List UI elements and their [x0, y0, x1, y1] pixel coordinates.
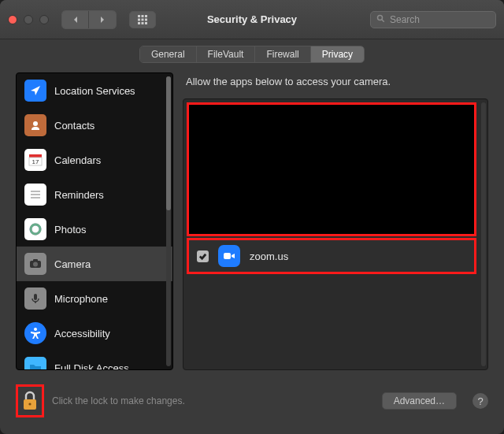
- svg-rect-1: [142, 15, 144, 17]
- search-wrap: [370, 11, 496, 28]
- applist-scrollbar[interactable]: [481, 102, 486, 366]
- minimize-window-button[interactable]: [24, 15, 33, 24]
- close-window-button[interactable]: [8, 15, 17, 24]
- sidebar-item-full-disk-access[interactable]: Full Disk Access: [17, 351, 172, 369]
- zoom-app-icon: [218, 245, 240, 267]
- svg-rect-2: [145, 15, 147, 17]
- svg-rect-15: [31, 191, 40, 192]
- permission-prompt: Allow the apps below to access your came…: [183, 72, 488, 98]
- calendar-icon: 17: [24, 149, 46, 171]
- chevron-left-icon: [72, 16, 80, 24]
- sidebar-item-label: Calendars: [54, 154, 101, 166]
- sidebar-item-label: Contacts: [54, 120, 94, 132]
- sidebar-item-label: Full Disk Access: [54, 362, 129, 370]
- forward-button[interactable]: [89, 11, 116, 28]
- svg-point-22: [33, 262, 38, 267]
- mic-icon: [24, 287, 46, 310]
- search-input[interactable]: [370, 11, 496, 28]
- sidebar-item-label: Location Services: [54, 85, 135, 97]
- chevron-right-icon: [98, 16, 106, 24]
- sidebar-item-calendars[interactable]: 17 Calendars: [17, 143, 172, 177]
- nav-group: [61, 10, 117, 29]
- content-pane: Allow the apps below to access your came…: [183, 72, 488, 370]
- location-icon: [24, 80, 46, 102]
- back-button[interactable]: [62, 11, 89, 28]
- question-mark-icon: ?: [477, 395, 483, 407]
- lock-hint-text: Click the lock to make changes.: [52, 395, 185, 406]
- sidebar-item-accessibility[interactable]: Accessibility: [17, 316, 172, 351]
- lock-icon[interactable]: [21, 391, 39, 411]
- photos-icon: [24, 218, 46, 240]
- contacts-icon: [24, 114, 46, 136]
- svg-rect-8: [145, 22, 147, 24]
- sidebar-item-camera[interactable]: Camera: [17, 247, 172, 281]
- svg-point-9: [378, 15, 383, 20]
- sidebar-item-location-services[interactable]: Location Services: [17, 73, 172, 108]
- svg-line-10: [382, 19, 384, 21]
- sidebar-item-photos[interactable]: Photos: [17, 212, 172, 247]
- folder-icon: [24, 357, 46, 369]
- checkmark-icon: [198, 252, 207, 261]
- advanced-button[interactable]: Advanced…: [382, 392, 457, 410]
- zoom-window-button[interactable]: [39, 15, 49, 24]
- svg-rect-3: [138, 18, 140, 20]
- grid-icon: [137, 14, 148, 25]
- category-sidebar[interactable]: Location Services Contacts 17 Calendars: [16, 72, 173, 370]
- app-checkbox[interactable]: [197, 250, 209, 262]
- preferences-window: Security & Privacy General FileVault Fir…: [0, 0, 504, 434]
- svg-rect-0: [138, 15, 140, 17]
- svg-point-11: [33, 121, 38, 126]
- svg-rect-7: [142, 22, 144, 24]
- tab-firewall[interactable]: Firewall: [255, 46, 310, 62]
- reminders-icon: [24, 184, 46, 206]
- sidebar-item-label: Reminders: [54, 189, 104, 201]
- search-icon: [376, 14, 386, 24]
- app-row-zoom[interactable]: zoom.us: [187, 238, 476, 274]
- svg-rect-6: [138, 22, 140, 24]
- tab-general[interactable]: General: [140, 46, 197, 62]
- svg-text:17: 17: [32, 158, 39, 165]
- show-all-button[interactable]: [129, 11, 156, 28]
- window-controls: [8, 15, 49, 24]
- annotation-highlight-box: [187, 102, 476, 236]
- titlebar: Security & Privacy: [0, 0, 504, 39]
- sidebar-item-microphone[interactable]: Microphone: [17, 281, 172, 316]
- sidebar-scrollbar-thumb[interactable]: [166, 76, 171, 210]
- svg-point-20: [30, 224, 41, 235]
- sidebar-item-label: Accessibility: [54, 328, 110, 339]
- annotation-lock-highlight: [16, 384, 44, 417]
- sidebar-item-reminders[interactable]: Reminders: [17, 177, 172, 212]
- svg-rect-5: [145, 18, 147, 20]
- footer: Click the lock to make changes. Advanced…: [0, 381, 504, 417]
- svg-rect-4: [142, 18, 144, 20]
- svg-rect-27: [224, 253, 231, 259]
- tab-privacy[interactable]: Privacy: [311, 46, 364, 62]
- sidebar-item-label: Photos: [54, 224, 86, 236]
- sidebar-item-label: Camera: [54, 258, 91, 270]
- sidebar-item-label: Microphone: [54, 293, 108, 305]
- main-area: Location Services Contacts 17 Calendars: [0, 72, 504, 381]
- svg-point-26: [34, 328, 37, 331]
- tab-bar: General FileVault Firewall Privacy: [0, 39, 504, 72]
- svg-rect-16: [31, 194, 40, 195]
- app-name-label: zoom.us: [250, 250, 288, 262]
- sidebar-item-contacts[interactable]: Contacts: [17, 108, 172, 143]
- svg-rect-12: [29, 154, 42, 158]
- camera-icon: [24, 253, 46, 275]
- svg-rect-24: [34, 294, 37, 300]
- svg-point-29: [28, 402, 31, 405]
- help-button[interactable]: ?: [472, 393, 488, 409]
- accessibility-icon: [24, 322, 46, 344]
- svg-rect-23: [33, 259, 38, 262]
- tab-filevault[interactable]: FileVault: [197, 46, 256, 62]
- tabs: General FileVault Firewall Privacy: [139, 46, 365, 63]
- app-list[interactable]: zoom.us: [183, 98, 488, 370]
- svg-rect-17: [31, 197, 40, 198]
